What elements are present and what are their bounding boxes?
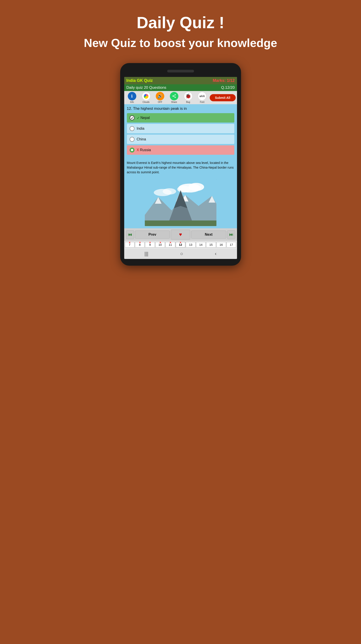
mountain-image	[145, 179, 216, 226]
svg-point-4	[177, 186, 191, 192]
radio-india	[130, 126, 135, 131]
bug-tool[interactable]: 🐞 Bug	[182, 92, 195, 103]
last-button[interactable]: ⏭	[227, 230, 235, 239]
favorite-button[interactable]: ♥	[171, 230, 190, 240]
bug-icon: 🐞	[184, 92, 192, 100]
off-icon: 🔊	[156, 92, 164, 100]
cross-10: ✕	[159, 241, 161, 244]
cross-7: ✕	[129, 241, 131, 244]
option-text-nepal: Nepal	[141, 116, 150, 120]
phone-speaker	[167, 70, 194, 72]
info-tool[interactable]: ℹ Info	[126, 92, 139, 103]
phone-frame: India GK Quiz Marks: 1/12 Daily quiz 20 …	[120, 63, 241, 266]
navigation-bar: ⏮ Prev ♥ Next ⏭	[124, 228, 237, 241]
share-tool[interactable]: Share	[168, 92, 181, 103]
first-icon: ⏮	[128, 232, 132, 237]
q-box-10[interactable]: ✕ 10	[155, 242, 165, 248]
question-strip: ✕ 7 ✕ 8 ✕ 9 ✕ 10 ✕ 11 ✕ 12 13	[124, 241, 237, 249]
option-nepal[interactable]: ✓ Nepal	[127, 113, 234, 122]
svg-point-3	[188, 183, 204, 191]
q-box-12[interactable]: ✕ 12	[176, 242, 185, 248]
android-home-btn[interactable]: ○	[180, 251, 183, 257]
clouds-tool[interactable]: Clouds	[139, 92, 153, 103]
q-box-15[interactable]: 15	[206, 242, 216, 248]
question-area: 12. The highest mountain peak is in ✓ Ne…	[124, 104, 237, 158]
explanation-text: Mount Everest is Earth's highest mountai…	[124, 158, 237, 177]
svg-rect-15	[145, 220, 216, 226]
marks-display: Marks: 1/12	[213, 78, 235, 83]
clouds-icon	[142, 92, 150, 100]
header-bar-2: Daily quiz 20 Questions Q.12/20	[124, 84, 237, 91]
q-box-17[interactable]: 17	[226, 242, 236, 248]
android-recent-btn[interactable]: ‹	[215, 251, 216, 257]
question-counter: Q.12/20	[221, 86, 235, 90]
radio-russia	[130, 148, 135, 152]
cross-8: ✕	[139, 241, 141, 244]
off-tool[interactable]: 🔊 OFF	[154, 92, 167, 103]
clouds-label: Clouds	[143, 101, 150, 103]
question-text: 12. The highest mountain peak is in	[127, 106, 234, 111]
cross-9: ✕	[149, 241, 151, 244]
prev-button[interactable]: Prev	[135, 230, 170, 238]
last-icon: ⏭	[229, 232, 233, 237]
android-back-btn[interactable]: |||	[145, 251, 148, 257]
q-box-8[interactable]: ✕ 8	[135, 242, 145, 248]
checkmark-nepal: ✓	[137, 116, 140, 120]
phone-screen: India GK Quiz Marks: 1/12 Daily quiz 20 …	[124, 77, 237, 259]
q-box-14[interactable]: 14	[196, 242, 206, 248]
heart-icon: ♥	[179, 232, 182, 238]
android-nav-bar: ||| ○ ‹	[124, 249, 237, 259]
info-label: Info	[130, 101, 134, 103]
bug-label: Bug	[186, 101, 190, 103]
option-russia[interactable]: X Russia	[127, 145, 234, 155]
daily-quiz-label: Daily quiz 20 Questions	[126, 86, 167, 90]
q-box-13[interactable]: 13	[186, 242, 195, 248]
cross-12: ✕	[179, 241, 181, 244]
q-box-11[interactable]: ✕ 11	[165, 242, 175, 248]
font-tool[interactable]: aAA Font	[196, 92, 209, 103]
option-text-china: China	[137, 137, 146, 141]
header-bar-1: India GK Quiz Marks: 1/12	[124, 77, 237, 84]
option-china[interactable]: China	[127, 134, 234, 144]
next-button[interactable]: Next	[191, 230, 226, 238]
option-text-india: India	[137, 126, 145, 130]
font-label: Font	[200, 101, 204, 103]
q-box-7[interactable]: ✕ 7	[125, 242, 135, 248]
page-title: Daily Quiz !	[137, 14, 224, 32]
q-box-16[interactable]: 16	[216, 242, 226, 248]
share-icon	[170, 92, 178, 100]
page-subtitle: New Quiz to boost your knowledge	[84, 36, 277, 50]
svg-point-6	[163, 188, 176, 194]
radio-china	[130, 137, 135, 142]
q-box-9[interactable]: ✕ 9	[145, 242, 155, 248]
off-label: OFF	[158, 101, 162, 103]
option-india[interactable]: India	[127, 124, 234, 133]
info-icon: ℹ	[128, 92, 136, 100]
quiz-title: India GK Quiz	[126, 78, 153, 83]
submit-all-button[interactable]: Submit All	[210, 94, 236, 101]
toolbar: ℹ Info Clouds 🔊 OFF	[124, 91, 237, 104]
crossmark-russia: X	[137, 148, 139, 152]
option-text-russia: Russia	[140, 148, 151, 152]
radio-nepal	[130, 116, 135, 120]
font-icon: aAA	[198, 92, 206, 100]
cross-11: ✕	[169, 241, 171, 244]
first-button[interactable]: ⏮	[126, 230, 134, 239]
share-label: Share	[171, 101, 177, 103]
